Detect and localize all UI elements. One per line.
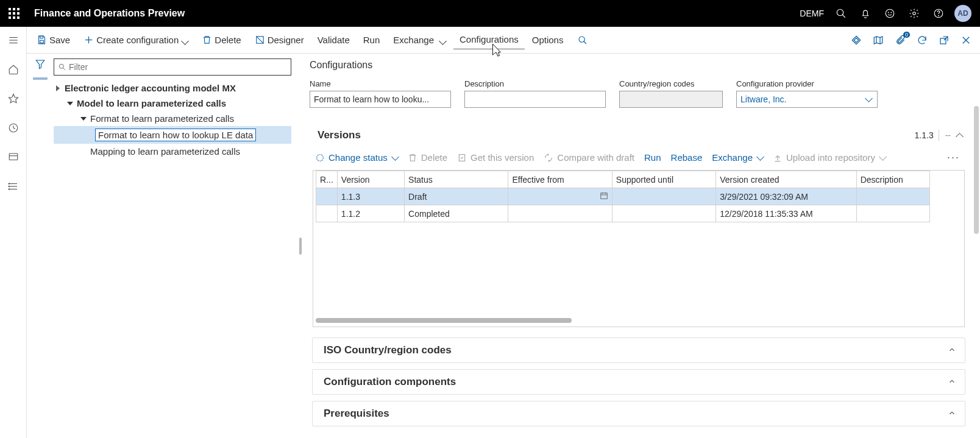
svg-marker-46 [36, 60, 44, 69]
caret-down-icon[interactable] [67, 102, 73, 105]
options-button[interactable]: Options [526, 31, 570, 49]
change-status-button[interactable]: Change status [315, 152, 398, 163]
app-title: Finance and Operations Preview [34, 8, 185, 19]
col-version[interactable]: Version [337, 171, 404, 188]
svg-point-36 [579, 37, 584, 42]
more-icon[interactable]: ··· [947, 151, 962, 164]
configurations-tab[interactable]: Configurations [453, 30, 525, 50]
svg-point-47 [59, 64, 63, 68]
tree-node[interactable]: Mapping to learn parameterized calls [54, 144, 291, 159]
vertical-scrollbar[interactable] [974, 106, 979, 435]
close-icon[interactable] [956, 30, 976, 51]
svg-rect-5 [17, 12, 20, 15]
col-created[interactable]: Version created [716, 171, 857, 188]
col-status[interactable]: Status [405, 171, 508, 188]
detail-pane: Configurations Name Format to learn how … [304, 54, 980, 438]
chevron-down-icon[interactable] [948, 345, 956, 356]
version-exchange-button[interactable]: Exchange [712, 152, 763, 163]
action-pane: Save Create configuration Delete Designe… [27, 27, 980, 54]
svg-rect-8 [17, 16, 20, 19]
tree-node[interactable]: Format to learn parameterized calls [54, 111, 291, 126]
chevron-down-icon [181, 37, 188, 44]
table-row[interactable]: 1.1.2 Completed 12/29/2018 11:35:33 AM [316, 205, 930, 222]
svg-rect-0 [9, 8, 11, 10]
tree-filter-input[interactable] [54, 58, 291, 76]
svg-rect-2 [17, 8, 20, 10]
chevron-down-icon[interactable] [948, 409, 956, 419]
name-field[interactable]: Format to learn how to looku... [310, 91, 451, 108]
filter-funnel-icon[interactable] [35, 58, 46, 71]
version-run-button[interactable]: Run [644, 152, 661, 163]
gear-icon[interactable] [902, 0, 926, 27]
table-row[interactable]: 1.1.3 Draft 3/29/2021 09:32:09 AM [316, 188, 930, 205]
svg-rect-1 [13, 8, 15, 10]
designer-label: Designer [268, 35, 304, 45]
caret-down-icon[interactable] [80, 117, 87, 121]
svg-rect-30 [40, 36, 43, 38]
attachments-icon[interactable]: 0 [890, 30, 911, 51]
star-icon[interactable] [4, 89, 23, 108]
tree-node-selected[interactable]: Format to learn how to lookup LE data [54, 126, 291, 144]
exchange-button[interactable]: Exchange [387, 31, 452, 49]
run-button[interactable]: Run [357, 31, 386, 49]
smile-icon[interactable] [878, 0, 902, 27]
col-supported[interactable]: Supported until [612, 171, 715, 188]
diamond-icon[interactable] [846, 30, 867, 51]
avatar[interactable]: AD [954, 5, 971, 22]
chevron-up-icon[interactable] [957, 130, 962, 140]
svg-point-11 [886, 9, 894, 18]
versions-toolbar: Change status Delete Get this version [310, 147, 967, 170]
components-section[interactable]: Configuration components [312, 369, 965, 395]
recent-icon[interactable] [4, 118, 23, 138]
svg-point-13 [891, 12, 892, 13]
delete-button[interactable]: Delete [196, 31, 247, 49]
refresh-icon[interactable] [912, 30, 932, 51]
svg-rect-52 [601, 193, 608, 199]
tree-filter-field[interactable] [69, 62, 287, 72]
workspace-icon[interactable] [4, 147, 23, 167]
page-title: Configurations [310, 60, 968, 71]
svg-rect-22 [9, 154, 18, 160]
delete-label: Delete [215, 35, 241, 45]
chevron-down-icon[interactable] [948, 377, 956, 387]
app-launcher-icon[interactable] [5, 4, 23, 23]
name-label: Name [310, 79, 451, 88]
bell-icon[interactable] [853, 0, 878, 27]
home-icon[interactable] [4, 60, 23, 79]
versions-dash: -- [945, 130, 951, 140]
validate-button[interactable]: Validate [311, 31, 356, 49]
caret-right-icon[interactable] [55, 85, 61, 91]
versions-meta: 1.1.3 [915, 130, 934, 140]
description-label: Description [464, 79, 606, 88]
versions-section-header[interactable]: Versions 1.1.3 -- [310, 123, 967, 147]
modules-icon[interactable] [4, 177, 23, 196]
tree-node[interactable]: Electronic ledger accounting model MX [54, 80, 291, 96]
toolbar-search-icon[interactable] [574, 35, 591, 45]
calendar-icon[interactable] [600, 191, 608, 202]
pane-splitter[interactable] [297, 54, 304, 438]
map-icon[interactable] [868, 30, 889, 51]
designer-button[interactable]: Designer [249, 31, 310, 49]
iso-section[interactable]: ISO Country/region codes [312, 337, 965, 363]
provider-select[interactable]: Litware, Inc. [736, 91, 878, 108]
search-icon[interactable] [829, 0, 853, 27]
col-effective[interactable]: Effective from [508, 171, 612, 188]
popout-icon[interactable] [934, 30, 954, 51]
tree-node[interactable]: Model to learn parameterized calls [54, 96, 291, 111]
svg-point-27 [9, 183, 10, 185]
description-field[interactable] [464, 91, 606, 108]
rebase-button[interactable]: Rebase [671, 152, 703, 163]
create-configuration-button[interactable]: Create configuration [77, 31, 194, 49]
col-r[interactable]: R... [316, 171, 338, 188]
company-picker[interactable]: DEMF [800, 9, 824, 18]
save-button[interactable]: Save [30, 31, 76, 49]
hamburger-icon[interactable] [4, 30, 23, 50]
compare-button: Compare with draft [544, 152, 634, 163]
horizontal-scrollbar[interactable] [316, 318, 962, 323]
col-desc[interactable]: Description [856, 171, 929, 188]
svg-line-48 [63, 68, 65, 70]
help-icon[interactable] [926, 0, 951, 27]
svg-point-12 [888, 12, 889, 13]
prerequisites-section[interactable]: Prerequisites [312, 401, 965, 426]
svg-marker-39 [854, 38, 859, 43]
